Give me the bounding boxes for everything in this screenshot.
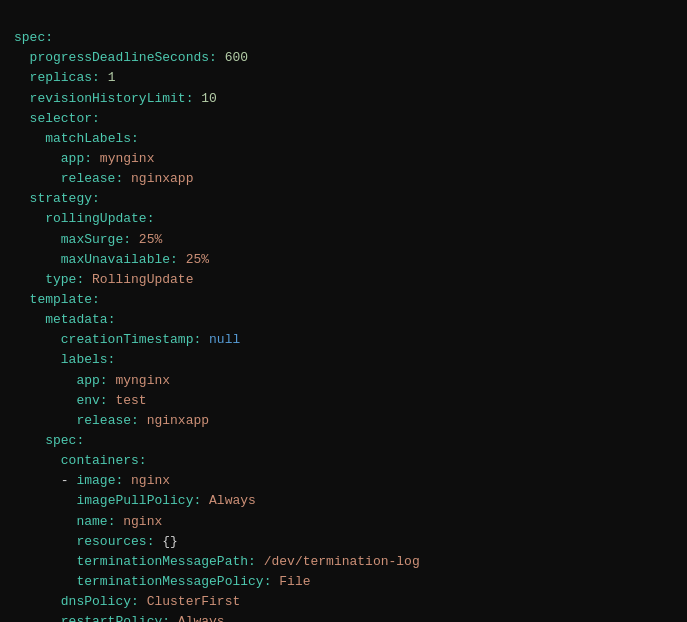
code-line-25: resources: {} bbox=[14, 532, 673, 552]
code-line-23: imagePullPolicy: Always bbox=[14, 491, 673, 511]
code-line-5: matchLabels: bbox=[14, 129, 673, 149]
code-line-22: - image: nginx bbox=[14, 471, 673, 491]
code-line-4: selector: bbox=[14, 109, 673, 129]
code-line-26: terminationMessagePath: /dev/termination… bbox=[14, 552, 673, 572]
code-line-29: restartPolicy: Always bbox=[14, 612, 673, 622]
code-line-0: spec: bbox=[14, 28, 673, 48]
code-line-9: rollingUpdate: bbox=[14, 209, 673, 229]
code-line-13: template: bbox=[14, 290, 673, 310]
code-line-17: app: mynginx bbox=[14, 371, 673, 391]
code-line-7: release: nginxapp bbox=[14, 169, 673, 189]
code-line-27: terminationMessagePolicy: File bbox=[14, 572, 673, 592]
code-line-15: creationTimestamp: null bbox=[14, 330, 673, 350]
code-line-8: strategy: bbox=[14, 189, 673, 209]
code-line-10: maxSurge: 25% bbox=[14, 230, 673, 250]
code-line-11: maxUnavailable: 25% bbox=[14, 250, 673, 270]
code-line-12: type: RollingUpdate bbox=[14, 270, 673, 290]
code-line-16: labels: bbox=[14, 350, 673, 370]
code-line-2: replicas: 1 bbox=[14, 68, 673, 88]
code-line-20: spec: bbox=[14, 431, 673, 451]
code-line-24: name: nginx bbox=[14, 512, 673, 532]
code-line-14: metadata: bbox=[14, 310, 673, 330]
code-line-3: revisionHistoryLimit: 10 bbox=[14, 89, 673, 109]
code-line-18: env: test bbox=[14, 391, 673, 411]
code-line-28: dnsPolicy: ClusterFirst bbox=[14, 592, 673, 612]
code-viewer: spec: progressDeadlineSeconds: 600 repli… bbox=[14, 8, 673, 622]
code-line-6: app: mynginx bbox=[14, 149, 673, 169]
code-line-21: containers: bbox=[14, 451, 673, 471]
code-line-1: progressDeadlineSeconds: 600 bbox=[14, 48, 673, 68]
code-line-19: release: nginxapp bbox=[14, 411, 673, 431]
